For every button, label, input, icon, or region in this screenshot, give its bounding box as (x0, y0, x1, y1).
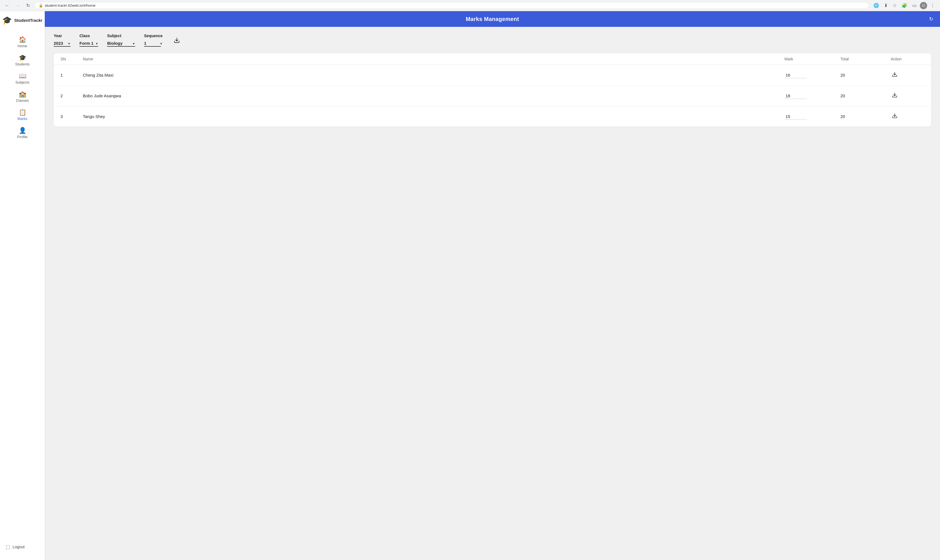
row1-total: 20 (840, 73, 891, 77)
students-icon: 🎓 (19, 55, 26, 61)
row2-download-icon (892, 92, 897, 98)
sidebar-logo: 🎓 StudentTrackr (0, 15, 45, 25)
marks-icon: 📋 (19, 109, 26, 115)
export-icon (174, 37, 180, 43)
user-avatar[interactable]: U (920, 2, 927, 9)
extension-icon[interactable]: 🧩 (900, 2, 909, 9)
row3-action (891, 112, 924, 121)
sidebar-nav: 🏠 Home 🎓 Students 📖 Subjects 🏫 Classes 📋 (0, 34, 45, 540)
year-label: Year (54, 34, 71, 38)
row2-action (891, 91, 924, 100)
sequence-select-wrapper: 1 (144, 40, 163, 47)
logout-icon: ⬚ (6, 544, 10, 550)
row1-sn: 1 (60, 73, 83, 77)
row1-mark (784, 72, 840, 78)
row3-download-button[interactable] (891, 112, 898, 121)
row3-download-icon (892, 113, 897, 118)
menu-icon[interactable]: ⋮ (929, 2, 937, 9)
col-mark: Mark (784, 57, 840, 61)
table-row: 1 Cheng Zita Maxi 20 (54, 65, 931, 86)
row3-total: 20 (840, 114, 891, 119)
sequence-select[interactable]: 1 (144, 40, 161, 47)
row2-download-button[interactable] (891, 91, 898, 100)
sidebar-item-home[interactable]: 🏠 Home (0, 34, 45, 51)
row1-download-icon (892, 72, 897, 77)
page-header: Marks Management ↻ (45, 11, 940, 27)
row3-mark-input[interactable] (784, 114, 807, 120)
main-content: Marks Management ↻ Year 2023 (45, 11, 940, 560)
bookmark-icon[interactable]: ☆ (891, 2, 898, 9)
export-download-button[interactable] (171, 36, 182, 46)
browser-bar: ← → ↻ 🔒 student-trackr.42web.io/#/home 🌐… (0, 0, 940, 11)
col-action: Action (891, 57, 924, 61)
subjects-icon: 📖 (19, 73, 26, 79)
row2-mark-input[interactable] (784, 93, 807, 99)
sidebar-label-home: Home (18, 44, 28, 48)
table-row: 3 Tangu Shey 20 (54, 106, 931, 127)
row3-name: Tangu Shey (83, 114, 784, 119)
row3-sn: 3 (60, 114, 83, 119)
forward-button[interactable]: → (14, 2, 22, 9)
app-name: StudentTrackr (14, 18, 43, 23)
page-title: Marks Management (466, 16, 519, 22)
sidebar-label-students: Students (15, 62, 29, 66)
class-select-wrapper: Form 1 (79, 40, 98, 47)
year-select-wrapper: 2023 (54, 40, 71, 47)
row2-total: 20 (840, 93, 891, 98)
row3-mark (784, 114, 840, 120)
row2-sn: 2 (60, 93, 83, 98)
refresh-button[interactable]: ↻ (928, 15, 934, 23)
col-total: Total (840, 57, 891, 61)
address-bar[interactable]: 🔒 student-trackr.42web.io/#/home (34, 2, 869, 9)
year-select[interactable]: 2023 (54, 40, 71, 47)
sequence-label: Sequence (144, 34, 163, 38)
col-sn: SN (60, 57, 83, 61)
classes-icon: 🏫 (19, 91, 26, 97)
lock-icon: 🔒 (39, 3, 43, 8)
table-row: 2 Bobo Jude Asangwa 20 (54, 86, 931, 106)
logout-label: Logout (12, 545, 25, 549)
filters-row: Year 2023 Class Form 1 (54, 34, 931, 47)
class-select[interactable]: Form 1 (79, 40, 98, 47)
subject-label: Subject (107, 34, 135, 38)
subject-filter: Subject Biology (107, 34, 135, 47)
sidebar-item-classes[interactable]: 🏫 Classes (0, 88, 45, 105)
sidebar-label-marks: Marks (17, 117, 27, 121)
table-header: SN Name Mark Total Action (54, 54, 931, 65)
reload-button[interactable]: ↻ (25, 2, 32, 9)
sidebar-item-subjects[interactable]: 📖 Subjects (0, 70, 45, 87)
tab-icon[interactable]: ▭ (911, 2, 918, 9)
sidebar-label-classes: Classes (16, 98, 29, 103)
sidebar: 🎓 StudentTrackr 🏠 Home 🎓 Students 📖 Subj… (0, 11, 45, 560)
row1-mark-input[interactable] (784, 72, 807, 78)
logout-button[interactable]: ⬚ Logout (0, 540, 45, 553)
logo-icon: 🎓 (2, 15, 12, 25)
row1-name: Cheng Zita Maxi (83, 73, 784, 77)
sequence-filter: Sequence 1 (144, 34, 163, 47)
class-filter: Class Form 1 (79, 34, 98, 47)
marks-table: SN Name Mark Total Action 1 Cheng Zita M… (54, 54, 931, 127)
row1-download-button[interactable] (891, 71, 898, 80)
row1-action (891, 71, 924, 80)
sidebar-item-profile[interactable]: 👤 Profile (0, 125, 45, 142)
row2-mark (784, 93, 840, 99)
sidebar-label-subjects: Subjects (15, 80, 29, 85)
subject-select[interactable]: Biology (107, 40, 135, 47)
sidebar-label-profile: Profile (17, 135, 28, 139)
browser-right-icons: 🌐 ⬇ ☆ 🧩 ▭ U ⋮ (872, 2, 937, 9)
chrome-icon[interactable]: 🌐 (872, 2, 881, 9)
col-name: Name (83, 57, 784, 61)
content-area: Year 2023 Class Form 1 (45, 27, 940, 560)
class-label: Class (79, 34, 98, 38)
url-text: student-trackr.42web.io/#/home (45, 3, 96, 8)
back-button[interactable]: ← (3, 2, 11, 9)
download-icon[interactable]: ⬇ (882, 2, 889, 9)
home-icon: 🏠 (19, 37, 26, 43)
subject-select-wrapper: Biology (107, 40, 135, 47)
row2-name: Bobo Jude Asangwa (83, 93, 784, 98)
profile-icon: 👤 (19, 128, 26, 134)
year-filter: Year 2023 (54, 34, 71, 47)
sidebar-item-students[interactable]: 🎓 Students (0, 52, 45, 69)
sidebar-item-marks[interactable]: 📋 Marks (0, 106, 45, 123)
